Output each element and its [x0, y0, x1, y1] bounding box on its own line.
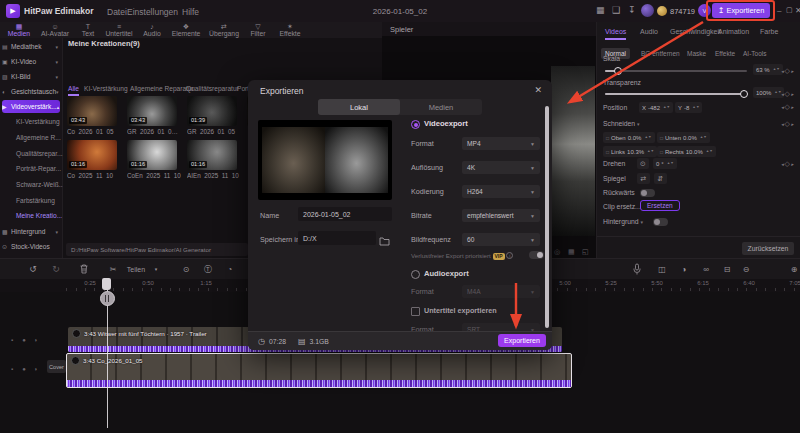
hintergrund-label[interactable]: Hintergrund ▾ — [603, 218, 643, 225]
media-thumbnail-2[interactable]: 01:39 — [187, 96, 237, 126]
rotate-icon[interactable]: ⊙ — [637, 158, 649, 169]
trash-icon[interactable] — [80, 259, 89, 279]
dropdown-kodierung[interactable]: H264▼ — [462, 185, 540, 198]
download-icon[interactable]: ↧ — [628, 5, 636, 15]
nav-item-8[interactable]: ✶Effekte — [279, 23, 300, 38]
zoom-in-icon[interactable]: ⊕ — [791, 259, 798, 279]
inspector-tab-2[interactable]: Geschwindigkeit — [670, 28, 721, 35]
sidebar-item-0[interactable]: ▤Mediathek▾ — [2, 40, 60, 53]
nav-item-3[interactable]: ≡Untertitel — [105, 23, 132, 38]
audioexport-radio[interactable] — [411, 270, 420, 279]
stepper-icon[interactable]: ▲▼ — [647, 150, 654, 153]
media-filter-1[interactable]: KI-Verstärkung — [84, 85, 128, 92]
inspector-tab-4[interactable]: Farbe — [760, 28, 778, 35]
dialog-tab-medien[interactable]: Medien — [400, 99, 482, 115]
media-thumbnail-0[interactable]: 03:43 — [67, 96, 117, 126]
track1-lock-icon[interactable]: ▪ — [11, 337, 13, 343]
close-icon[interactable]: ✕ — [795, 6, 800, 15]
media-filter-3[interactable]: Qualitätsreparatur — [186, 85, 239, 92]
media-filter-2[interactable]: Allgemeine Reparatur — [130, 85, 194, 92]
save-location-input[interactable]: D:/X — [298, 231, 376, 245]
scissors-icon[interactable]: ✂ — [110, 259, 117, 279]
chevron-down-icon[interactable]: ▾ — [155, 259, 158, 279]
videoexport-radio[interactable] — [411, 120, 420, 129]
drehen-value[interactable]: 0°▲▼ — [653, 158, 677, 169]
stepper-icon[interactable]: ▲▼ — [667, 162, 674, 165]
stepper-icon[interactable]: ▲▼ — [692, 106, 699, 109]
nav-item-4[interactable]: ♪Audio — [143, 23, 160, 38]
folder-icon[interactable] — [379, 232, 390, 250]
fullscreen-icon[interactable]: ◱ — [582, 248, 589, 256]
teilen-button[interactable]: Teilen — [127, 259, 145, 279]
media-thumbnail-8[interactable]: 01:16 — [187, 140, 237, 170]
track2-lock-icon[interactable]: ▪ — [11, 366, 13, 372]
stepper-icon[interactable]: ▲▼ — [773, 68, 780, 71]
rueckwaerts-toggle[interactable] — [640, 189, 655, 197]
inspector-tab-1[interactable]: Audio — [640, 28, 658, 35]
name-input[interactable]: 2026-01-05_02 — [298, 207, 392, 221]
snap-icon[interactable]: ⊟ — [724, 259, 731, 279]
crop-field-oben[interactable]: □Oben0.0%▲▼ — [603, 132, 655, 143]
stepper-icon[interactable]: ▲▼ — [706, 150, 713, 153]
track1-hide-icon[interactable]: ◗ — [34, 337, 38, 343]
minimize-icon[interactable]: – — [777, 6, 781, 15]
cover-button[interactable]: Cover — [47, 360, 66, 373]
nav-item-6[interactable]: ⇄Übergang — [209, 23, 239, 38]
transparenz-slider[interactable] — [605, 93, 747, 95]
nav-item-1[interactable]: ☺AI-Avatar — [41, 23, 69, 38]
grid-view-icon[interactable]: ▦ — [568, 248, 575, 256]
zoom-out-icon[interactable]: ⊖ — [743, 259, 750, 279]
zuruecksetzen-button[interactable]: Zurücksetzen — [742, 242, 794, 255]
subtitle-checkbox[interactable] — [411, 307, 420, 316]
inspector-tab-0[interactable]: Videos — [605, 28, 626, 40]
crop-field-unten[interactable]: □Unten0.0%▲▼ — [657, 132, 710, 143]
flip-horizontal-icon[interactable]: ⇄ — [637, 173, 650, 184]
position-y-field[interactable]: Y-8▲▼ — [675, 102, 702, 113]
sidebar-item-2[interactable]: ▨KI-Bild▾ — [2, 70, 60, 83]
playhead-knob[interactable] — [100, 291, 115, 306]
dropdown-format[interactable]: MP4▼ — [462, 137, 540, 150]
text-tool-icon[interactable]: Ⓣ — [204, 259, 212, 279]
link-clips-icon[interactable]: ∞ — [703, 259, 709, 279]
avatar[interactable] — [641, 4, 654, 17]
marker-tool-icon[interactable]: ⊙ — [183, 259, 190, 279]
media-path-bar[interactable]: D:/HitPaw Software/HitPaw Edimakor/AI Ge… — [66, 243, 248, 256]
playhead-handle[interactable] — [102, 278, 111, 290]
nav-item-7[interactable]: ▽Filter — [250, 23, 265, 38]
skala-value[interactable]: 63 %▲▼ — [753, 64, 783, 75]
sidebar-item-3[interactable]: ◐Gesichtstausch▾ — [2, 85, 60, 98]
info-icon[interactable]: i — [506, 252, 513, 259]
sidebar-item-1[interactable]: ▣KI-Video▾ — [2, 55, 60, 68]
inspector-tab-3[interactable]: Animation — [718, 28, 749, 35]
redo-icon[interactable]: ↻ — [52, 259, 60, 279]
skala-slider[interactable] — [605, 70, 747, 72]
stepper-icon[interactable]: ▲▼ — [644, 136, 651, 139]
track-options-icon[interactable]: ◫ — [658, 259, 666, 279]
crop-field-rechts[interactable]: □Rechts10.0%▲▼ — [657, 146, 716, 157]
nav-item-0[interactable]: ▦Medien — [8, 23, 30, 38]
inspector-subtab-4[interactable]: AI-Tools — [739, 48, 770, 59]
timeline-clip-2-selected[interactable]: 3:43 Co_2026_01_05 — [66, 353, 572, 388]
export-confirm-button[interactable]: Exportieren — [498, 334, 546, 347]
microphone-icon[interactable] — [633, 259, 642, 279]
feedback-icon[interactable]: ❑ — [612, 5, 620, 15]
transparenz-keyframe-controls[interactable]: ◂◇▸ — [781, 90, 793, 98]
preview-mode-icon[interactable]: ◑ — [682, 259, 687, 279]
skala-keyframe-controls[interactable]: ◂◇▸ — [781, 67, 793, 75]
export-button-top[interactable]: ↥ Exportieren — [712, 3, 770, 18]
menu-datei[interactable]: Datei — [107, 7, 127, 17]
dialog-tab-lokal[interactable]: Lokal — [318, 99, 400, 115]
vip-icon[interactable]: V — [698, 4, 711, 17]
nav-item-2[interactable]: TText — [82, 23, 94, 38]
inspector-subtab-3[interactable]: Effekte — [711, 48, 739, 59]
dialog-close-icon[interactable]: ✕ — [534, 85, 542, 95]
sidebar-item-12[interactable]: ▩Hintergrund▾ — [2, 225, 60, 238]
dialog-scrollbar[interactable] — [545, 106, 549, 328]
flip-vertical-icon[interactable]: ⇵ — [654, 173, 667, 184]
stepper-icon[interactable]: ▲▼ — [700, 136, 707, 139]
menu-hilfe[interactable]: Hilfe — [182, 7, 199, 17]
menu-einstellungen[interactable]: Einstellungen — [127, 7, 178, 17]
snapshot-icon[interactable]: ◎ — [554, 248, 560, 256]
crop-field-links[interactable]: □Links10.3%▲▼ — [603, 146, 657, 157]
media-thumbnail-7[interactable]: 01:16 — [127, 140, 177, 170]
